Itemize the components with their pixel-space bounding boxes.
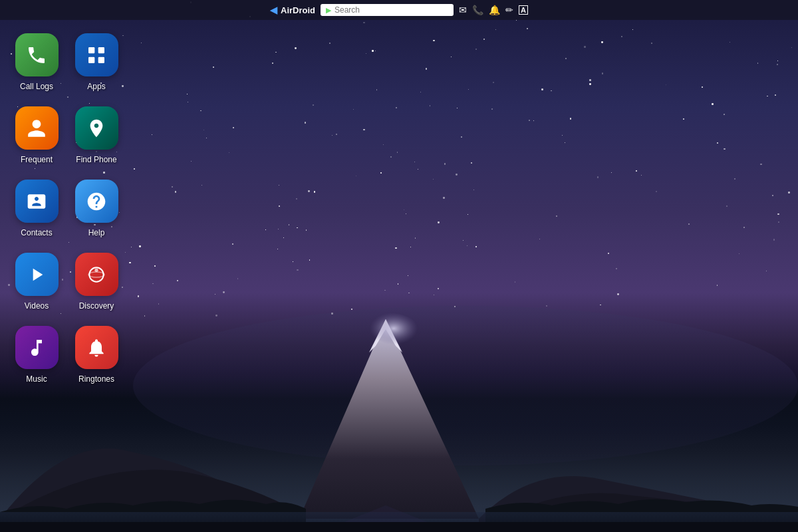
app-item-discovery[interactable]: Discovery xyxy=(66,246,126,319)
svg-rect-8 xyxy=(98,47,104,53)
search-icon: ▶ xyxy=(326,6,331,15)
app-item-contacts[interactable]: Contacts xyxy=(7,173,66,246)
app-item-videos[interactable]: Videos xyxy=(7,246,66,319)
svg-rect-7 xyxy=(88,47,94,53)
find-phone-label: Find Phone xyxy=(76,155,116,164)
videos-icon xyxy=(15,253,59,296)
text-a-icon[interactable]: A xyxy=(519,5,528,15)
app-item-call-logs[interactable]: Call Logs xyxy=(7,27,66,100)
email-icon[interactable]: ✉ xyxy=(459,5,467,15)
brand-arrow: ◀ xyxy=(270,5,277,15)
contacts-icon xyxy=(15,180,59,223)
frequent-label: Frequent xyxy=(21,155,53,164)
contacts-label: Contacts xyxy=(21,228,52,237)
edit-icon[interactable]: ✏ xyxy=(505,5,513,15)
call-logs-icon xyxy=(15,33,59,76)
app-item-frequent[interactable]: Frequent xyxy=(7,100,66,173)
phone-icon[interactable]: 📞 xyxy=(472,5,483,15)
svg-point-12 xyxy=(94,268,98,271)
app-item-find-phone[interactable]: Find Phone xyxy=(66,100,126,173)
brand-name: AirDroid xyxy=(281,5,315,15)
brand: ◀ AirDroid xyxy=(270,5,315,15)
call-logs-label: Call Logs xyxy=(20,82,53,91)
bell-icon[interactable]: 🔔 xyxy=(489,5,500,15)
music-icon xyxy=(15,326,59,369)
videos-label: Videos xyxy=(25,301,49,311)
music-label: Music xyxy=(26,374,47,384)
topbar-icons: ✉ 📞 🔔 ✏ A xyxy=(459,5,528,15)
svg-point-0 xyxy=(133,306,798,466)
app-item-help[interactable]: Help xyxy=(66,173,126,246)
discovery-icon xyxy=(75,253,118,296)
find-phone-icon xyxy=(75,106,118,150)
app-item-ringtones[interactable]: Ringtones xyxy=(66,319,126,392)
app-grid: Call Logs Apps Frequent Find Phone Conta… xyxy=(7,27,126,532)
help-label: Help xyxy=(88,228,105,237)
svg-point-13 xyxy=(88,272,104,277)
discovery-label: Discovery xyxy=(79,301,114,311)
apps-icon xyxy=(75,33,118,76)
ringtones-icon xyxy=(75,326,118,369)
app-item-music[interactable]: Music xyxy=(7,319,66,392)
search-input[interactable] xyxy=(334,5,441,15)
topbar: ◀ AirDroid ▶ ✉ 📞 🔔 ✏ A xyxy=(0,0,798,20)
svg-rect-9 xyxy=(88,57,94,63)
svg-point-3 xyxy=(346,313,426,366)
help-icon xyxy=(75,180,118,223)
app-item-apps[interactable]: Apps xyxy=(66,27,126,100)
ringtones-label: Ringtones xyxy=(78,374,114,384)
apps-label: Apps xyxy=(87,82,105,91)
svg-rect-10 xyxy=(98,57,104,63)
search-bar[interactable]: ▶ xyxy=(321,4,454,16)
frequent-icon xyxy=(15,106,59,150)
